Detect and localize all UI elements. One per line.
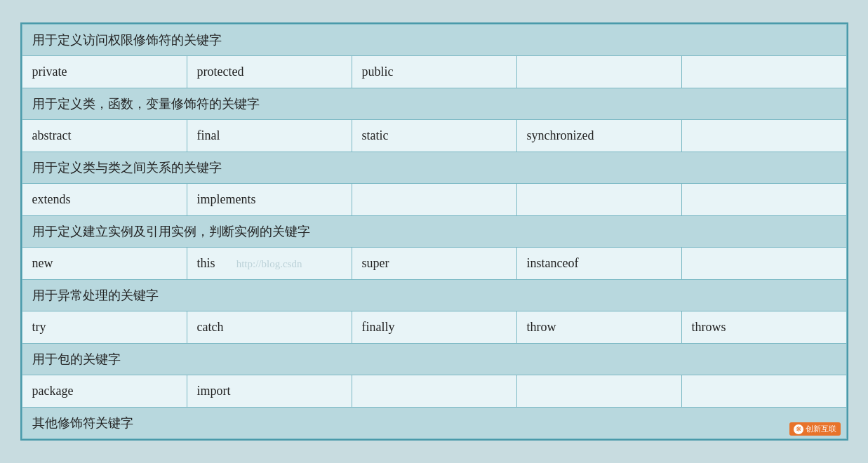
- main-table-wrapper: 用于定义访问权限修饰符的关键字privateprotectedpublic用于定…: [20, 22, 848, 441]
- section-header-row: 用于定义建立实例及引用实例，判断实例的关键字: [22, 216, 846, 248]
- table-cell: implements: [187, 184, 352, 216]
- table-cell: super: [352, 248, 516, 280]
- table-cell: try: [22, 311, 187, 344]
- table-cell: catch: [187, 311, 352, 344]
- table-cell: [516, 56, 681, 88]
- table-row: trycatchfinallythrowthrows: [22, 311, 846, 344]
- logo-text: 创新互联: [806, 424, 836, 434]
- section-header-row: 用于定义访问权限修饰符的关键字: [22, 25, 846, 56]
- table-cell: extends: [22, 184, 187, 216]
- table-row: packageimport: [22, 375, 846, 408]
- table-cell: new: [22, 248, 187, 280]
- table-cell: import: [187, 375, 352, 408]
- table-cell: [352, 184, 516, 216]
- section-header-row: 用于定义类与类之间关系的关键字: [22, 152, 846, 184]
- table-cell: [516, 375, 681, 408]
- section-header-cell: 用于定义建立实例及引用实例，判断实例的关键字: [22, 216, 846, 248]
- table-cell: [681, 248, 846, 280]
- section-header-row: 其他修饰符关键字❋创新互联: [22, 408, 846, 439]
- table-cell: package: [22, 375, 187, 408]
- table-cell: [516, 184, 681, 216]
- table-cell: [681, 375, 846, 408]
- table-row: extendsimplements: [22, 184, 846, 216]
- table-row: privateprotectedpublic: [22, 56, 846, 88]
- table-cell: [681, 120, 846, 152]
- table-cell: public: [352, 56, 516, 88]
- table-cell: [681, 56, 846, 88]
- section-header-cell: 用于定义访问权限修饰符的关键字: [22, 25, 846, 56]
- table-cell: [681, 184, 846, 216]
- section-header-cell: 用于定义类与类之间关系的关键字: [22, 152, 846, 184]
- watermark-text: http://blog.csdn: [236, 257, 302, 269]
- table-cell: static: [352, 120, 516, 152]
- section-header-row: 用于定义类，函数，变量修饰符的关键字: [22, 88, 846, 120]
- section-header-row: 用于异常处理的关键字: [22, 280, 846, 311]
- table-cell: protected: [187, 56, 352, 88]
- table-cell: throws: [681, 311, 846, 344]
- table-cell: throw: [516, 311, 681, 344]
- table-row: newthishttp://blog.csdnsuperinstanceof: [22, 248, 846, 280]
- logo-badge: ❋创新互联: [789, 422, 841, 436]
- section-header-cell: 其他修饰符关键字❋创新互联: [22, 408, 846, 439]
- table-cell: instanceof: [516, 248, 681, 280]
- table-cell: final: [187, 120, 352, 152]
- table-cell: synchronized: [516, 120, 681, 152]
- section-header-cell: 用于定义类，函数，变量修饰符的关键字: [22, 88, 846, 120]
- keywords-table: 用于定义访问权限修饰符的关键字privateprotectedpublic用于定…: [22, 24, 847, 439]
- table-cell: private: [22, 56, 187, 88]
- logo-icon: ❋: [794, 424, 803, 434]
- section-header-row: 用于包的关键字: [22, 344, 846, 375]
- table-cell: abstract: [22, 120, 187, 152]
- table-row: abstractfinalstaticsynchronized: [22, 120, 846, 152]
- section-header-cell: 用于异常处理的关键字: [22, 280, 846, 311]
- table-cell: thishttp://blog.csdn: [187, 248, 352, 280]
- table-cell: finally: [352, 311, 516, 344]
- table-cell: [352, 375, 516, 408]
- section-header-cell: 用于包的关键字: [22, 344, 846, 375]
